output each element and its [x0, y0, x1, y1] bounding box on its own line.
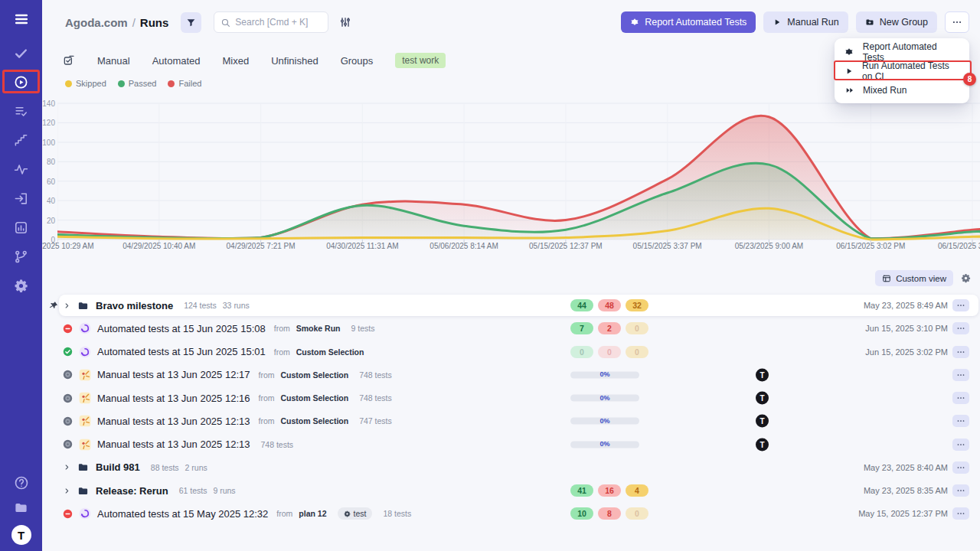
row-menu-button[interactable] [952, 392, 969, 404]
y-axis-tick: 40 [42, 197, 55, 205]
more-actions-button[interactable] [945, 11, 969, 33]
table-row[interactable]: Automated tests at 15 Jun 2025 15:01from… [42, 341, 980, 364]
adjustments-icon[interactable] [339, 16, 351, 28]
table-row[interactable]: Bravo milestone124 tests33 runs444832May… [42, 294, 980, 317]
sidebar-item-settings[interactable] [0, 271, 42, 300]
row-menu-button[interactable] [952, 507, 969, 520]
sidebar-item-pulse[interactable] [0, 155, 42, 184]
status-neutral-icon [63, 439, 73, 449]
custom-view-button[interactable]: Custom view [875, 270, 953, 286]
table-row[interactable]: Build 98188 tests2 runsMay 23, 2025 8:40… [42, 456, 980, 479]
badge-passed: 7 [570, 322, 593, 334]
breadcrumb-project[interactable]: Agoda.com [65, 16, 128, 29]
runs-tabs: ManualAutomatedMixedUnfinishedGroupstest… [42, 51, 446, 70]
row-main-cell: Automated tests at 15 Jun 2025 15:08from… [63, 317, 374, 340]
hamburger-menu-button[interactable] [0, 0, 42, 38]
row-menu-button[interactable] [952, 439, 969, 451]
tab-unfinished[interactable]: Unfinished [271, 55, 318, 67]
sidebar-item-tests[interactable] [0, 38, 42, 67]
run-tests-count: 748 tests [359, 370, 392, 380]
badge-passed: 44 [570, 299, 593, 311]
legend-item-skipped[interactable]: Skipped [65, 79, 106, 88]
group-runs-count: 9 runs [213, 486, 235, 495]
sidebar-item-plans[interactable] [0, 96, 42, 126]
row-menu-button[interactable] [952, 484, 969, 497]
folder-icon [77, 300, 89, 311]
select-runs-icon[interactable] [63, 54, 75, 67]
area-chart-canvas [57, 102, 980, 244]
tab-manual[interactable]: Manual [97, 55, 130, 67]
table-row[interactable]: Manual tests at 13 Jun 2025 12:13748 tes… [42, 433, 980, 456]
menu-item-report-automated-tests[interactable]: Report Automated Tests [835, 42, 969, 61]
run-from-value: Smoke Run [296, 324, 341, 333]
tab-groups[interactable]: Groups [341, 55, 374, 67]
pinwheel-icon [844, 47, 854, 57]
table-row[interactable]: Manual tests at 13 Jun 2025 12:13fromCus… [42, 409, 980, 432]
new-group-button[interactable]: New Group [856, 11, 937, 33]
play-circle-icon [14, 75, 28, 90]
chevron-right-icon[interactable] [63, 302, 71, 310]
row-menu-button[interactable] [952, 369, 969, 381]
table-row[interactable]: Manual tests at 13 Jun 2025 12:16fromCus… [42, 386, 980, 409]
play-icon [844, 67, 854, 76]
header-actions: Report Automated TestsManual RunNew Grou… [621, 11, 969, 33]
folder-icon [77, 485, 89, 497]
dots-icon [956, 416, 965, 425]
chevron-right-icon[interactable] [63, 463, 71, 471]
neutral-circle-icon [63, 370, 73, 380]
result-badges: 1080 [570, 507, 648, 520]
run-date: May 15, 2025 12:37 PM [858, 509, 948, 518]
run-tag[interactable]: test [338, 507, 373, 520]
legend-item-passed[interactable]: Passed [118, 79, 157, 88]
manual-run-icon [79, 415, 91, 427]
pinwheel-icon [630, 18, 639, 27]
manual-run-button[interactable]: Manual Run [763, 11, 848, 33]
table-row[interactable]: Manual tests at 13 Jun 2025 12:17fromCus… [42, 364, 980, 386]
badge-failed: 0 [598, 346, 621, 358]
sidebar-item-projects[interactable] [0, 500, 42, 515]
fast-forward-icon [844, 86, 854, 95]
sidebar-item-milestones[interactable] [0, 126, 42, 155]
menu-item-mixed-run[interactable]: Mixed Run [835, 80, 969, 99]
group-name: Build 981 [96, 461, 140, 473]
table-row[interactable]: Automated tests at 15 May 2025 12:32from… [42, 502, 980, 525]
badge-passed: 0 [570, 346, 593, 358]
check-circle-icon [63, 347, 73, 357]
table-row[interactable]: Automated tests at 15 Jun 2025 15:08from… [42, 317, 980, 340]
sidebar-item-runs[interactable] [0, 67, 42, 96]
badge-skipped: 0 [626, 346, 648, 358]
row-menu-button[interactable] [952, 461, 969, 474]
sidebar-item-imports[interactable] [0, 184, 42, 213]
sidebar-item-branches[interactable] [0, 242, 42, 271]
legend-item-failed[interactable]: Failed [168, 79, 201, 88]
run-from-value: Custom Selection [296, 347, 364, 357]
search-input[interactable] [235, 17, 322, 28]
row-menu-button[interactable] [952, 415, 969, 427]
row-menu-button[interactable] [952, 299, 969, 311]
folder-icon [77, 300, 89, 311]
app-logo[interactable]: T [11, 525, 31, 545]
filter-button[interactable] [181, 12, 201, 33]
group-runs-count: 2 runs [185, 463, 207, 472]
chevron-right-icon[interactable] [63, 487, 71, 495]
menu-item-run-automated-tests-on-ci[interactable]: Run Automated Tests on CI [835, 61, 969, 80]
report-automated-tests-button[interactable]: Report Automated Tests [621, 11, 756, 33]
tab-automated[interactable]: Automated [152, 55, 201, 67]
sidebar-item-analytics[interactable] [0, 213, 42, 242]
tab-mixed[interactable]: Mixed [223, 55, 250, 67]
sidebar-nav [0, 38, 42, 300]
table-settings-gear-icon[interactable] [961, 273, 971, 283]
row-menu-button[interactable] [952, 346, 969, 358]
table-row[interactable]: Release: Rerun61 tests9 runs41164May 23,… [42, 479, 980, 502]
manual-run-icon [79, 439, 91, 451]
sidebar-bottom: T [0, 475, 42, 545]
row-menu-button[interactable] [952, 322, 969, 334]
gear-icon [344, 510, 351, 517]
run-name: Manual tests at 13 Jun 2025 12:17 [97, 369, 250, 380]
filter-tag[interactable]: test work [395, 53, 446, 68]
progress-bar: 0% [570, 418, 639, 425]
sidebar-item-help[interactable] [0, 475, 42, 491]
button-label: Report Automated Tests [645, 17, 746, 28]
pulse-icon [14, 162, 28, 177]
dots-icon [956, 509, 965, 518]
